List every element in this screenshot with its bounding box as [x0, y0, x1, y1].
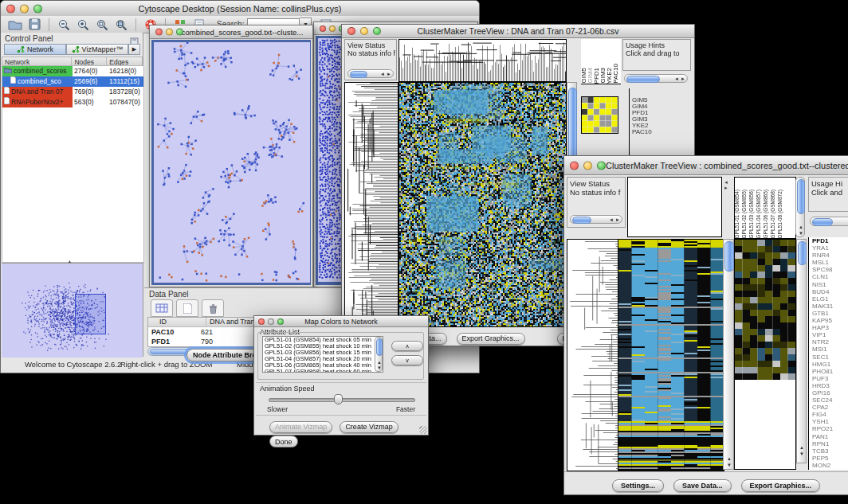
row-label[interactable]: NIS1 — [812, 281, 848, 288]
row-label[interactable]: BUD4 — [812, 288, 848, 295]
minimize-icon[interactable] — [166, 29, 173, 36]
close-icon[interactable] — [155, 29, 163, 36]
attribute-list-item[interactable]: GPL51-07 (GSM868) heat shock 60 min — [265, 369, 383, 373]
scrollbar-thumb[interactable] — [350, 71, 367, 78]
close-icon[interactable] — [347, 27, 355, 35]
row-label[interactable]: CPA2 — [812, 404, 848, 411]
view-status-scrollbar[interactable]: ◄ ► — [570, 215, 622, 224]
row-label[interactable]: SEC24 — [812, 397, 848, 404]
row-label[interactable]: VIP1 — [812, 331, 848, 338]
scroll-left-icon[interactable]: ◄ — [674, 76, 679, 81]
dialog-button[interactable]: Animate Vizmap — [269, 421, 332, 433]
col-network[interactable]: Network — [2, 57, 72, 65]
row-label[interactable]: SEC1 — [812, 354, 848, 361]
row-label[interactable]: KAP95 — [812, 317, 848, 324]
zoom-in-icon[interactable] — [73, 17, 92, 32]
row-label[interactable]: PEP5 — [812, 455, 848, 462]
row-label[interactable]: GTB1 — [812, 310, 848, 317]
row-label[interactable]: PAC10 — [632, 129, 670, 135]
zoom-out-icon[interactable] — [54, 17, 73, 32]
scrollbar-thumb[interactable] — [812, 218, 833, 226]
dialog-button[interactable]: Create Vizmap — [340, 421, 398, 433]
row-dendrogram-canvas[interactable] — [567, 239, 619, 471]
scrollbar-thumb[interactable] — [568, 88, 577, 162]
tab[interactable]: VizMapper™ — [66, 44, 128, 55]
view-status-scrollbar[interactable]: ◄ ► — [347, 69, 394, 78]
heatmap-vscrollbar[interactable]: ▲ ▼ — [723, 239, 734, 470]
minimize-icon[interactable] — [583, 161, 592, 170]
usage-hints-scrollbar[interactable] — [810, 217, 848, 226]
scroll-right-icon[interactable]: ► — [387, 72, 391, 76]
scrollbar-thumb[interactable] — [797, 179, 805, 214]
minimize-icon[interactable] — [360, 27, 368, 35]
zoom-window-icon[interactable] — [597, 161, 606, 170]
column-dendrogram-area[interactable] — [627, 177, 722, 237]
scroll-down-icon[interactable]: ▼ — [727, 463, 732, 467]
network-overview-canvas[interactable] — [2, 264, 143, 357]
scroll-right-icon[interactable]: ► — [681, 76, 685, 81]
move-up-button[interactable]: ∧ — [391, 341, 423, 351]
attribute-list[interactable]: GPL51-01 (GSM854) heat shock 05 minGPL51… — [262, 336, 383, 373]
row-label[interactable]: HAP3 — [812, 324, 848, 331]
row-label[interactable]: FIG4 — [812, 411, 848, 418]
column-label[interactable]: PAC10 — [613, 64, 619, 84]
close-icon[interactable] — [320, 25, 326, 32]
network-window-1-titlebar[interactable]: combined_scores_good.txt--cluste... — [150, 25, 312, 39]
scroll-up-icon[interactable]: ▲ — [799, 445, 804, 450]
row-label[interactable]: SPC98 — [812, 266, 848, 273]
col-edges[interactable]: Edges — [107, 57, 142, 65]
row-label[interactable]: HRD3 — [812, 382, 848, 389]
minimize-icon[interactable] — [20, 4, 29, 13]
overview-resize-handle[interactable]: ▴ — [69, 259, 71, 264]
move-down-button[interactable]: ∨ — [391, 355, 423, 365]
dialog-button[interactable]: Done — [269, 436, 298, 447]
zoom-window-icon[interactable] — [277, 318, 284, 325]
network-list-row[interactable]: RNAPuberNov2+ 563(0) 107847(0) — [2, 97, 143, 107]
treeview2-titlebar[interactable]: ClusterMaker TreeView : combined_scores_… — [564, 156, 848, 175]
heatmap-canvas[interactable] — [618, 239, 724, 471]
network-list-row[interactable]: DNA and Tran 07 769(0) 183728(0) — [2, 87, 143, 97]
row-label[interactable]: YSH1 — [812, 418, 848, 425]
network-list-row[interactable]: combined_scores 2764(0) 16218(0) — [2, 66, 143, 76]
scrollbar-thumb[interactable] — [626, 76, 660, 83]
row-label[interactable]: RPO21 — [812, 425, 848, 432]
network-list-row[interactable]: combined_sco 2569(6) 13112(15) — [2, 76, 143, 87]
scroll-down-icon[interactable]: ▼ — [799, 451, 804, 456]
close-icon[interactable] — [258, 318, 265, 325]
close-icon[interactable] — [6, 4, 15, 13]
dialog-titlebar[interactable]: Map Colors to Network — [254, 316, 428, 327]
scroll-up-icon[interactable]: ▲ — [377, 360, 382, 365]
row-label[interactable]: RNR4 — [812, 252, 848, 259]
column-labels-scrollbar[interactable]: ▲ ▼ — [795, 177, 805, 237]
minimize-icon[interactable] — [329, 25, 336, 32]
scroll-left-icon[interactable]: ◄ — [380, 72, 385, 76]
column-label[interactable]: GPL51-08 (GSM872) — [778, 189, 785, 238]
scrollbar-thumb[interactable] — [724, 241, 734, 272]
row-label[interactable]: PHO81 — [812, 368, 848, 375]
treeview-button[interactable]: Save Data... — [673, 479, 732, 492]
row-label[interactable]: PAN1 — [812, 433, 848, 440]
new-document-icon[interactable] — [176, 299, 198, 317]
attribute-list-scrollbar[interactable]: ▲ ▼ — [375, 337, 383, 372]
tab[interactable]: Network — [4, 44, 66, 55]
row-label[interactable]: NTR2 — [812, 338, 848, 346]
zoom-heatmap-canvas[interactable] — [581, 96, 618, 134]
row-label[interactable]: MAK31 — [812, 303, 848, 310]
row-label[interactable]: RPN1 — [812, 440, 848, 447]
table-icon[interactable] — [151, 299, 173, 317]
more-tabs-button[interactable]: ▶ — [128, 44, 140, 55]
save-icon[interactable] — [25, 17, 44, 32]
scrollbar-thumb[interactable] — [798, 241, 807, 265]
open-folder-icon[interactable] — [6, 17, 25, 32]
scroll-down-icon[interactable]: ▼ — [377, 365, 382, 370]
row-label[interactable]: ELG1 — [812, 295, 848, 303]
zoom-window-icon[interactable] — [373, 27, 381, 35]
col-nodes[interactable]: Nodes — [72, 57, 107, 65]
row-label[interactable]: GPI16 — [812, 389, 848, 397]
scroll-left-icon[interactable]: ◄ — [609, 217, 614, 222]
scroll-up-icon[interactable]: ▲ — [727, 456, 732, 461]
slider-thumb[interactable] — [334, 394, 343, 404]
row-label[interactable]: CLN1 — [812, 273, 848, 280]
treeview-button[interactable]: Export Graphics... — [457, 333, 525, 345]
minimize-icon[interactable] — [268, 318, 274, 325]
